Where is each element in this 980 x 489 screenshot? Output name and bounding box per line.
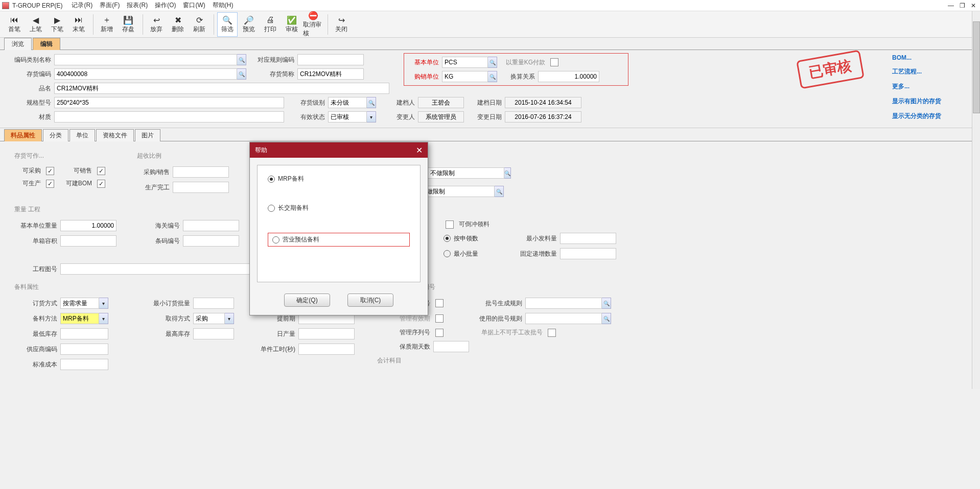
radio-mrp-prep[interactable]: [268, 176, 275, 183]
input-std-cost[interactable]: [60, 359, 108, 370]
input-base-unit[interactable]: [442, 57, 488, 68]
input-unit-time[interactable]: [298, 344, 355, 355]
chk-no-manual-edit[interactable]: [548, 329, 556, 337]
link-bom[interactable]: BOM...: [892, 54, 974, 61]
toolbar-刷新[interactable]: ⟳刷新: [189, 12, 209, 37]
input-min-order[interactable]: [193, 298, 234, 309]
input-sale-unit[interactable]: [442, 71, 488, 82]
toolbar-放弃[interactable]: ↩放弃: [146, 12, 167, 37]
input-shelf-days[interactable]: [433, 341, 469, 352]
menu-interface[interactable]: 界面(F): [100, 1, 120, 10]
input-stock-short[interactable]: [297, 68, 364, 80]
radio-long-lead[interactable]: [268, 205, 275, 212]
input-used-lot-rule[interactable]: [525, 313, 602, 324]
minimize-icon[interactable]: —: [946, 2, 955, 9]
menu-record[interactable]: 记录(R): [72, 1, 92, 10]
lookup-stock-code-icon[interactable]: 🔍: [237, 68, 246, 80]
input-daily-output[interactable]: [298, 328, 355, 339]
input-convert[interactable]: [538, 71, 599, 82]
input-code-type[interactable]: [54, 54, 237, 65]
dialog-close-icon[interactable]: ✕: [416, 145, 423, 155]
toolbar-删除[interactable]: ✖删除: [168, 12, 188, 37]
maximize-icon[interactable]: ❐: [958, 2, 967, 9]
input-prod-name[interactable]: [54, 83, 389, 94]
input-factory-flow[interactable]: [428, 167, 504, 179]
menu-window[interactable]: 窗口(W): [183, 1, 205, 10]
input-prep-method[interactable]: [60, 313, 99, 324]
link-show-no-category[interactable]: 显示无分类的存货: [892, 112, 974, 120]
tab-qual-file[interactable]: 资格文件: [96, 129, 134, 141]
toolbar-新增[interactable]: ＋新增: [97, 12, 117, 37]
radio-by-req-qty[interactable]: [444, 235, 451, 242]
valid-status-dropdown-icon[interactable]: ▾: [367, 111, 376, 123]
chk-can-purchase[interactable]: [46, 167, 54, 175]
lookup-factory-flow-icon[interactable]: 🔍: [504, 167, 511, 179]
chk-manage-lot[interactable]: [435, 299, 444, 307]
input-obtain-method[interactable]: [193, 313, 225, 324]
radio-sales-forecast[interactable]: [272, 236, 279, 243]
scrollbar-thumb[interactable]: [973, 21, 980, 113]
input-min-stock[interactable]: [60, 328, 108, 339]
input-order-method[interactable]: [60, 298, 99, 309]
toolbar-下笔[interactable]: ▶下笔: [47, 12, 67, 37]
input-material[interactable]: [54, 111, 284, 123]
chk-manage-serial[interactable]: [435, 329, 444, 337]
tab-browse[interactable]: 浏览: [4, 38, 32, 50]
lookup-restrict2-icon[interactable]: 🔍: [495, 186, 504, 197]
toolbar-存盘[interactable]: 💾存盘: [118, 12, 138, 37]
chk-pay-by-weight[interactable]: [550, 58, 558, 66]
input-pur-sale-ratio[interactable]: [173, 166, 229, 178]
input-customs-code[interactable]: [183, 220, 239, 231]
input-rule-code[interactable]: [297, 54, 364, 65]
input-box-volume[interactable]: [60, 235, 116, 247]
input-min-issue[interactable]: [560, 233, 616, 244]
lookup-base-unit-icon[interactable]: 🔍: [488, 57, 497, 68]
prep-method-dropdown-icon[interactable]: ▾: [99, 313, 108, 324]
cancel-button[interactable]: 取消(C): [347, 294, 393, 307]
input-prod-finish[interactable]: [173, 182, 229, 193]
tab-edit[interactable]: 编辑: [33, 38, 60, 50]
input-spec[interactable]: [54, 97, 284, 108]
lookup-lot-gen-rule-icon[interactable]: 🔍: [602, 298, 611, 309]
chk-manage-expiry[interactable]: [435, 314, 444, 323]
radio-min-batch[interactable]: [444, 250, 451, 257]
lookup-code-type-icon[interactable]: 🔍: [237, 54, 246, 65]
toolbar-关闭[interactable]: ↪关闭: [331, 12, 352, 37]
lookup-used-lot-rule-icon[interactable]: 🔍: [602, 313, 611, 324]
link-more[interactable]: 更多...: [892, 82, 974, 91]
input-restrict2[interactable]: [418, 186, 495, 197]
tab-category[interactable]: 分类: [43, 129, 68, 141]
menu-report[interactable]: 报表(R): [127, 1, 148, 10]
menu-operate[interactable]: 操作(O): [155, 1, 176, 10]
toolbar-预览[interactable]: 🔎预览: [239, 12, 259, 37]
chk-can-reverse[interactable]: [446, 221, 454, 229]
input-stock-level[interactable]: [328, 97, 367, 108]
toolbar-打印[interactable]: 🖨打印: [260, 12, 281, 37]
toolbar-审核[interactable]: ✅审核: [282, 12, 302, 37]
ok-button[interactable]: 确定(Q): [284, 294, 330, 307]
input-barcode[interactable]: [183, 235, 239, 247]
lookup-stock-level-icon[interactable]: 🔍: [367, 97, 376, 108]
tab-image[interactable]: 图片: [135, 129, 160, 141]
toolbar-末笔[interactable]: ⏭末笔: [68, 12, 89, 37]
input-valid-status[interactable]: [328, 111, 367, 123]
input-max-stock[interactable]: [193, 328, 234, 339]
link-show-with-image[interactable]: 显示有图片的存货: [892, 97, 974, 106]
toolbar-取消审核[interactable]: ⛔取消审核: [303, 12, 323, 37]
input-fixed-incr[interactable]: [560, 248, 616, 259]
input-lot-gen-rule[interactable]: [525, 298, 602, 309]
chk-can-bom[interactable]: [97, 180, 105, 188]
lookup-sale-unit-icon[interactable]: 🔍: [488, 71, 497, 82]
menu-help[interactable]: 帮助(H): [213, 1, 234, 10]
chk-can-produce[interactable]: [46, 180, 54, 188]
tab-item-attr[interactable]: 料品属性: [4, 129, 42, 141]
input-base-unit-weight[interactable]: [60, 220, 116, 231]
input-supplier-code[interactable]: [60, 344, 108, 355]
link-process[interactable]: 工艺流程...: [892, 67, 974, 76]
toolbar-首笔[interactable]: ⏮首笔: [4, 12, 25, 37]
vertical-scrollbar[interactable]: [972, 11, 980, 389]
close-icon[interactable]: ✕: [969, 2, 978, 9]
obtain-method-dropdown-icon[interactable]: ▾: [225, 313, 234, 324]
input-stock-code[interactable]: [54, 68, 237, 80]
tab-unit[interactable]: 单位: [69, 129, 95, 141]
